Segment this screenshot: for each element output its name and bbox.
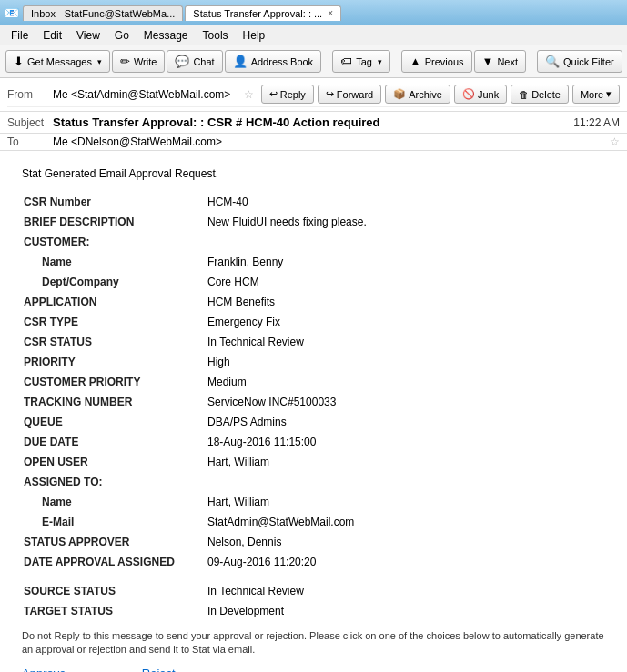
table-row: QUEUEDBA/PS Admins <box>24 413 603 431</box>
chat-button[interactable]: 💬 Chat <box>167 50 222 73</box>
subject-label: Subject <box>7 116 53 129</box>
field-label: QUEUE <box>24 413 206 431</box>
field-label: OPEN USER <box>24 453 206 471</box>
menu-edit[interactable]: Edit <box>35 27 69 44</box>
field-value: Nelson, Dennis <box>207 533 603 551</box>
field-label: CSR Number <box>24 193 206 211</box>
approval-note: Do not Reply to this message to send you… <box>22 629 605 657</box>
next-button[interactable]: ▼ Next <box>474 50 527 73</box>
menu-view[interactable]: View <box>69 27 107 44</box>
field-value: Hart, William <box>207 453 603 471</box>
delete-icon: 🗑 <box>519 89 529 100</box>
field-value: DBA/PS Admins <box>207 413 603 431</box>
tab-close-icon[interactable]: × <box>328 8 333 18</box>
reject-link[interactable]: Reject <box>142 667 176 672</box>
tag-arrow: ▾ <box>378 57 382 66</box>
reply-icon: ↩ <box>269 88 278 100</box>
tab-status-transfer-label: Status Transfer Approval: : ... <box>193 8 322 19</box>
email-body: Stat Generated Email Approval Request. C… <box>0 151 627 672</box>
menu-go[interactable]: Go <box>107 27 137 44</box>
status-table: SOURCE STATUS In Technical Review TARGET… <box>22 580 605 622</box>
subject-value: Status Transfer Approval: : CSR # HCM-40… <box>53 115 566 129</box>
field-value: ServiceNow INC#5100033 <box>207 393 603 411</box>
field-label: CSR TYPE <box>24 313 206 331</box>
forward-button[interactable]: ↪ Forward <box>318 85 381 104</box>
reply-label: Reply <box>280 89 306 100</box>
junk-button[interactable]: 🚫 Junk <box>454 85 507 104</box>
field-label: STATUS APPROVER <box>24 533 206 551</box>
menu-help[interactable]: Help <box>236 27 273 44</box>
tag-icon: 🏷 <box>340 55 352 68</box>
previous-button[interactable]: ▲ Previous <box>401 50 472 73</box>
address-book-icon: 👤 <box>233 55 248 68</box>
get-messages-icon: ⬇ <box>14 55 24 68</box>
from-star-icon[interactable]: ☆ <box>244 88 254 101</box>
field-value <box>207 233 603 251</box>
write-button[interactable]: ✏ Write <box>112 50 165 73</box>
field-label: CUSTOMER: <box>24 233 206 251</box>
next-icon: ▼ <box>482 55 494 68</box>
table-row: TRACKING NUMBERServiceNow INC#5100033 <box>24 393 603 411</box>
field-label: ASSIGNED TO: <box>24 473 206 491</box>
to-row: To Me <DNelson@StatWebMail.com> ☆ <box>0 134 627 151</box>
source-status-value: In Technical Review <box>207 582 603 600</box>
tab-inbox-label: Inbox - StatFunc@StatWebMa... <box>31 8 175 19</box>
field-label: Name <box>24 493 206 511</box>
more-button[interactable]: More ▾ <box>572 85 620 104</box>
approve-link[interactable]: Approve <box>22 667 66 672</box>
previous-label: Previous <box>425 56 464 67</box>
reply-button[interactable]: ↩ Reply <box>261 85 314 104</box>
quick-filter-label: Quick Filter <box>563 56 614 67</box>
get-messages-button[interactable]: ⬇ Get Messages ▾ <box>5 50 110 73</box>
address-book-button[interactable]: 👤 Address Book <box>225 50 321 73</box>
forward-icon: ↪ <box>326 88 334 100</box>
field-value: High <box>207 353 603 371</box>
target-status-label: TARGET STATUS <box>24 602 206 620</box>
menu-message[interactable]: Message <box>137 27 196 44</box>
menu-file[interactable]: File <box>4 27 35 44</box>
to-label: To <box>7 135 53 148</box>
field-value: Hart, William <box>207 493 603 511</box>
table-row: Dept/CompanyCore HCM <box>24 273 603 291</box>
archive-label: Archive <box>409 89 442 100</box>
field-label: Name <box>24 253 206 271</box>
data-table: CSR NumberHCM-40BRIEF DESCRIPTIONNew Flu… <box>22 191 605 573</box>
quick-filter-button[interactable]: 🔍 Quick Filter <box>537 50 622 73</box>
more-label: More <box>581 89 603 100</box>
table-row: CSR NumberHCM-40 <box>24 193 603 211</box>
address-book-label: Address Book <box>251 56 313 67</box>
field-value <box>207 473 603 491</box>
chat-icon: 💬 <box>175 55 189 68</box>
table-row: NameFranklin, Benny <box>24 253 603 271</box>
field-value: Emergency Fix <box>207 313 603 331</box>
archive-button[interactable]: 📦 Archive <box>385 85 450 104</box>
get-messages-label: Get Messages <box>27 56 92 67</box>
table-row: BRIEF DESCRIPTIONNew FluidUI needs fixin… <box>24 213 603 231</box>
target-status-value: In Development <box>207 602 603 620</box>
body-intro: Stat Generated Email Approval Request. <box>22 165 605 182</box>
table-row: CUSTOMER PRIORITYMedium <box>24 373 603 391</box>
write-label: Write <box>134 56 157 67</box>
menu-tools[interactable]: Tools <box>196 27 236 44</box>
get-messages-arrow: ▾ <box>97 57 102 66</box>
next-label: Next <box>497 56 518 67</box>
table-row: OPEN USERHart, William <box>24 453 603 471</box>
field-label: E-Mail <box>24 513 206 531</box>
field-value: 18-Aug-2016 11:15:00 <box>207 433 603 451</box>
tag-label: Tag <box>356 56 372 67</box>
title-bar-icon: 📧 <box>4 5 19 20</box>
tag-button[interactable]: 🏷 Tag ▾ <box>332 50 390 73</box>
tab-inbox[interactable]: Inbox - StatFunc@StatWebMa... <box>23 5 183 21</box>
field-label: CSR STATUS <box>24 333 206 351</box>
source-status-label: SOURCE STATUS <box>24 582 206 600</box>
table-row: CSR TYPEEmergency Fix <box>24 313 603 331</box>
field-label: TRACKING NUMBER <box>24 393 206 411</box>
field-value: HCM Benefits <box>207 293 603 311</box>
tab-status-transfer[interactable]: Status Transfer Approval: : ... × <box>185 5 341 21</box>
archive-icon: 📦 <box>393 88 406 100</box>
to-star-icon[interactable]: ☆ <box>610 135 620 148</box>
source-status-row: SOURCE STATUS In Technical Review <box>24 582 603 600</box>
field-value: HCM-40 <box>207 193 603 211</box>
field-value: In Technical Review <box>207 333 603 351</box>
delete-button[interactable]: 🗑 Delete <box>511 85 569 104</box>
